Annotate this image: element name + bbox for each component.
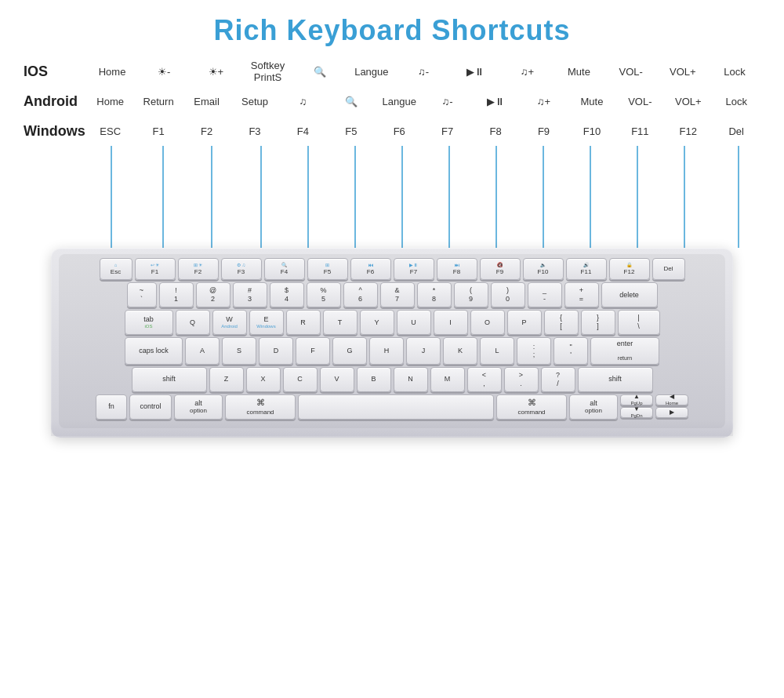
win-f4: F4 [279,125,327,137]
key-space[interactable] [298,394,494,420]
key-lshift[interactable]: shift [132,367,207,392]
key-h[interactable]: H [369,337,404,365]
android-music: ♫ [279,96,327,107]
key-delete[interactable]: delete [601,282,658,307]
win-f1: F1 [134,125,182,137]
key-pgdn[interactable]: ▼PgDn [620,407,653,418]
key-f4[interactable]: 🔍 F4 [264,258,305,280]
key-minus[interactable]: _- [528,282,562,307]
key-n[interactable]: N [394,367,428,392]
key-3[interactable]: #3 [233,282,267,307]
key-left[interactable]: ◀Home [655,394,688,405]
key-2[interactable]: @2 [196,282,230,307]
key-g[interactable]: G [332,337,367,365]
key-quote[interactable]: "' [554,337,588,365]
key-b[interactable]: B [357,367,391,392]
key-capslock[interactable]: caps lock [125,337,183,365]
key-j[interactable]: J [406,337,441,365]
key-right[interactable]: ▶ [655,407,688,418]
key-c[interactable]: C [283,367,318,392]
ios-softkey: Softkey PrintS [241,60,293,83]
ios-label: IOS [24,64,86,80]
key-tab[interactable]: tab iOS [125,310,173,335]
win-f5: F5 [327,125,375,137]
key-slash[interactable]: ?/ [541,367,575,392]
tab-key-row: tab iOS Q W Android E Windows R T Y [63,310,721,335]
key-f9[interactable]: 🔇 F9 [480,258,521,280]
windows-row: Windows ESC F1 F2 F3 F4 F5 F6 F7 F8 F9 F… [24,116,760,146]
key-k[interactable]: K [443,337,477,365]
key-9[interactable]: (9 [454,282,488,307]
key-5[interactable]: %5 [307,282,341,307]
key-f1[interactable]: ↩ ☀ F1 [135,258,176,280]
key-r[interactable]: R [286,310,321,335]
key-u[interactable]: U [397,310,431,335]
key-rshift[interactable]: shift [578,367,653,392]
win-f6: F6 [376,125,423,137]
key-f12[interactable]: 🔒 F12 [609,258,650,280]
key-t[interactable]: T [323,310,358,335]
android-email: Email [183,96,230,107]
key-f3[interactable]: ⚙ ♫ F3 [221,258,262,280]
key-period[interactable]: >. [504,367,539,392]
key-f[interactable]: F [296,337,330,365]
key-6[interactable]: ^6 [343,282,378,307]
key-f7[interactable]: ▶⏸ F7 [394,258,434,280]
key-q[interactable]: Q [176,310,210,335]
key-rbracket[interactable]: }] [581,310,615,335]
ios-lock: Lock [709,66,760,78]
key-f6[interactable]: ⏮ F6 [350,258,391,280]
ios-mute: Mute [553,66,604,78]
key-pgup[interactable]: ▲PgUp [620,394,653,405]
android-vol-minus: VOL- [616,96,664,107]
keyboard-inner: ⌂ Esc ↩ ☀ F1 ⊞ ☀ F2 ⚙ ♫ F3 [59,254,725,428]
key-lalt[interactable]: altoption [174,394,223,420]
key-m[interactable]: M [430,367,465,392]
key-backslash[interactable]: |\ [618,310,660,335]
key-z[interactable]: Z [209,367,244,392]
key-lbracket[interactable]: {[ [544,310,579,335]
key-esc[interactable]: ⌂ Esc [100,258,132,280]
key-comma[interactable]: <, [467,367,502,392]
key-p[interactable]: P [507,310,542,335]
key-enter[interactable]: enterreturn [590,337,659,365]
key-w[interactable]: W Android [212,310,247,335]
key-semicolon[interactable]: :; [517,337,551,365]
key-v[interactable]: V [320,367,354,392]
key-4[interactable]: $4 [270,282,304,307]
android-return: Return [134,96,182,107]
key-i[interactable]: I [434,310,468,335]
key-1[interactable]: !1 [159,282,194,307]
connector-lines [24,146,760,248]
key-y[interactable]: Y [360,310,394,335]
key-7[interactable]: &7 [380,282,415,307]
key-equals[interactable]: += [564,282,599,307]
key-l[interactable]: L [480,337,514,365]
key-f8[interactable]: ⏭ F8 [437,258,477,280]
key-x[interactable]: X [246,367,281,392]
key-e[interactable]: E Windows [249,310,284,335]
key-ralt[interactable]: altoption [569,394,618,420]
key-control[interactable]: control [129,394,172,420]
caps-key-row: caps lock A S D F G H J K L :; "' enterr… [63,337,721,365]
key-del[interactable]: Del [652,258,685,280]
key-8[interactable]: *8 [417,282,452,307]
key-f11[interactable]: 🔊 F11 [566,258,607,280]
key-fn[interactable]: fn [96,394,127,420]
key-backtick[interactable]: ~` [127,282,157,307]
key-s[interactable]: S [222,337,256,365]
key-f5[interactable]: ⊞ F5 [307,258,348,280]
key-0[interactable]: )0 [491,282,525,307]
android-vol-plus: VOL+ [664,96,712,107]
key-f2[interactable]: ⊞ ☀ F2 [178,258,219,280]
ios-bright-down: ☀- [138,66,190,78]
key-lcmd[interactable]: ⌘ command [225,394,296,420]
key-o[interactable]: O [470,310,505,335]
key-d[interactable]: D [259,337,293,365]
arrow-cluster: ▲PgUp ▼PgDn [620,394,653,420]
key-a[interactable]: A [185,337,220,365]
key-f10[interactable]: 🔈 F10 [523,258,564,280]
key-rcmd[interactable]: ⌘ command [496,394,567,420]
android-play: ▶⏸ [471,96,519,107]
android-vol-up: ♫+ [520,96,568,107]
